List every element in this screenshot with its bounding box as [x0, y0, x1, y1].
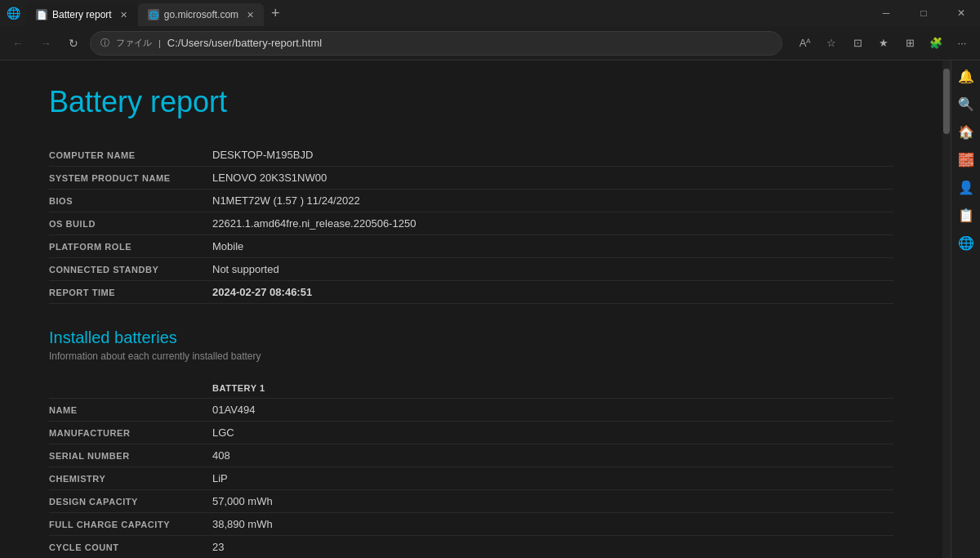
system-info-value: N1MET72W (1.57 ) 11/24/2022: [212, 194, 360, 207]
battery-info-row: FULL CHARGE CAPACITY 38,890 mWh: [49, 513, 893, 536]
system-info-row: BIOS N1MET72W (1.57 ) 11/24/2022: [49, 190, 893, 212]
edge-sidebar-btn-5[interactable]: 📋: [954, 203, 978, 227]
system-info-value: Mobile: [212, 240, 243, 252]
tab-ms-label: go.microsoft.com: [164, 9, 238, 20]
battery-info-label: SERIAL NUMBER: [49, 451, 212, 461]
battery-info-row: CYCLE COUNT 23: [49, 536, 893, 558]
browser-main: Battery report COMPUTER NAME DESKTOP-M19…: [0, 60, 980, 558]
favorites-button[interactable]: ★: [872, 32, 895, 55]
battery-info-value: 38,890 mWh: [212, 518, 273, 530]
system-info-label: REPORT TIME: [49, 288, 212, 297]
new-tab-button[interactable]: +: [265, 0, 287, 26]
tab-battery[interactable]: 📄 Battery report ✕: [26, 3, 137, 26]
battery-info-label: DESIGN CAPACITY: [49, 497, 212, 507]
system-info-row: REPORT TIME 2024-02-27 08:46:51: [49, 281, 893, 304]
edge-sidebar-btn-2[interactable]: 🏠: [954, 119, 978, 144]
system-info-value: Not supported: [212, 263, 279, 275]
system-info-label: CONNECTED STANDBY: [49, 265, 212, 275]
edge-sidebar-btn-0[interactable]: 🔔: [954, 64, 978, 88]
battery-info-label: NAME: [49, 405, 212, 415]
system-info-table: COMPUTER NAME DESKTOP-M195BJD SYSTEM PRO…: [49, 144, 893, 304]
tab-battery-label: Battery report: [52, 9, 112, 20]
title-bar: 🌐 📄 Battery report ✕ 🌐 go.microsoft.com …: [0, 0, 980, 26]
address-input[interactable]: ⓘ ファイル | C:/Users/user/battery-report.ht…: [90, 31, 782, 56]
system-info-row: SYSTEM PRODUCT NAME LENOVO 20K3S1NW00: [49, 167, 893, 190]
scrollbar-thumb[interactable]: [943, 69, 950, 134]
edge-sidebar-btn-3[interactable]: 🧱: [954, 147, 978, 172]
page-content: Battery report COMPUTER NAME DESKTOP-M19…: [0, 60, 942, 558]
window-controls: ─ □ ✕: [867, 0, 980, 26]
battery-info-value: LGC: [212, 426, 234, 439]
battery-info-value: 23: [212, 541, 224, 553]
extensions-button[interactable]: 🧩: [924, 32, 947, 55]
edge-sidebar-btn-4[interactable]: 👤: [954, 175, 978, 199]
battery-col-empty: [49, 383, 212, 393]
battery-info-row: CHEMISTRY LiP: [49, 467, 893, 490]
tab-ms[interactable]: 🌐 go.microsoft.com ✕: [138, 3, 264, 26]
split-screen-button[interactable]: ⊡: [846, 32, 869, 55]
report-title: Battery report: [49, 85, 893, 119]
system-info-label: PLATFORM ROLE: [49, 242, 212, 252]
close-button[interactable]: ✕: [942, 0, 980, 26]
address-bar: ← → ↻ ⓘ ファイル | C:/Users/user/battery-rep…: [0, 26, 980, 60]
system-info-label: SYSTEM PRODUCT NAME: [49, 173, 212, 183]
battery-info-row: DESIGN CAPACITY 57,000 mWh: [49, 490, 893, 513]
system-info-value: 2024-02-27 08:46:51: [212, 286, 312, 298]
tab-battery-close[interactable]: ✕: [120, 10, 127, 20]
system-info-value: 22621.1.amd64fre.ni_release.220506-1250: [212, 217, 416, 230]
scrollbar[interactable]: [942, 60, 951, 558]
forward-button[interactable]: →: [34, 32, 57, 55]
edge-sidebar-btn-1[interactable]: 🔍: [954, 92, 978, 116]
tab-battery-favicon: 📄: [36, 9, 47, 20]
separator: |: [158, 38, 161, 48]
more-button[interactable]: ···: [951, 32, 973, 55]
battery-info-value: 01AV494: [212, 404, 256, 416]
battery-header-label: BATTERY 1: [212, 383, 265, 393]
battery-info-value: 408: [212, 449, 230, 462]
installed-batteries-title: Installed batteries: [49, 328, 893, 347]
system-info-row: PLATFORM ROLE Mobile: [49, 235, 893, 258]
url-text: C:/Users/user/battery-report.html: [167, 37, 772, 49]
title-bar-left: 🌐: [0, 7, 26, 20]
refresh-button[interactable]: ↻: [62, 32, 85, 55]
system-info-label: COMPUTER NAME: [49, 150, 212, 160]
system-info-row: COMPUTER NAME DESKTOP-M195BJD: [49, 144, 893, 167]
battery-table-header: BATTERY 1: [49, 378, 893, 399]
collections-button[interactable]: ⊞: [898, 32, 921, 55]
system-info-value: LENOVO 20K3S1NW00: [212, 172, 327, 184]
tab-ms-close[interactable]: ✕: [247, 10, 254, 20]
file-label: ファイル: [116, 37, 152, 49]
minimize-button[interactable]: ─: [867, 0, 905, 26]
battery-info-row: SERIAL NUMBER 408: [49, 444, 893, 467]
battery-info-value: 57,000 mWh: [212, 495, 273, 507]
back-button[interactable]: ←: [7, 32, 29, 55]
battery-info-label: CYCLE COUNT: [49, 542, 212, 552]
battery-info-label: CHEMISTRY: [49, 474, 212, 484]
edge-icon: 🌐: [7, 7, 20, 20]
favorite-button[interactable]: ☆: [820, 32, 843, 55]
battery-info-value: LiP: [212, 472, 228, 484]
battery-info-row: NAME 01AV494: [49, 399, 893, 422]
tab-area: 📄 Battery report ✕ 🌐 go.microsoft.com ✕ …: [26, 0, 867, 26]
system-info-row: CONNECTED STANDBY Not supported: [49, 258, 893, 281]
battery-info-table: NAME 01AV494 MANUFACTURER LGC SERIAL NUM…: [49, 399, 893, 558]
edge-sidebar: 🔔🔍🏠🧱👤📋🌐: [951, 60, 980, 558]
battery-info-label: MANUFACTURER: [49, 428, 212, 438]
restore-button[interactable]: □: [905, 0, 942, 26]
battery-info-row: MANUFACTURER LGC: [49, 422, 893, 444]
battery-info-label: FULL CHARGE CAPACITY: [49, 520, 212, 529]
system-info-value: DESKTOP-M195BJD: [212, 149, 313, 161]
system-info-label: OS BUILD: [49, 219, 212, 229]
installed-batteries-subtitle: Information about each currently install…: [49, 350, 893, 362]
tab-ms-favicon: 🌐: [148, 9, 159, 20]
edge-sidebar-btn-6[interactable]: 🌐: [954, 230, 978, 255]
address-actions: Aᴬ ☆ ⊡ ★ ⊞ 🧩 ···: [794, 32, 973, 55]
system-info-row: OS BUILD 22621.1.amd64fre.ni_release.220…: [49, 212, 893, 235]
lock-icon: ⓘ: [100, 37, 109, 49]
system-info-label: BIOS: [49, 196, 212, 206]
reading-mode-button[interactable]: Aᴬ: [794, 32, 817, 55]
